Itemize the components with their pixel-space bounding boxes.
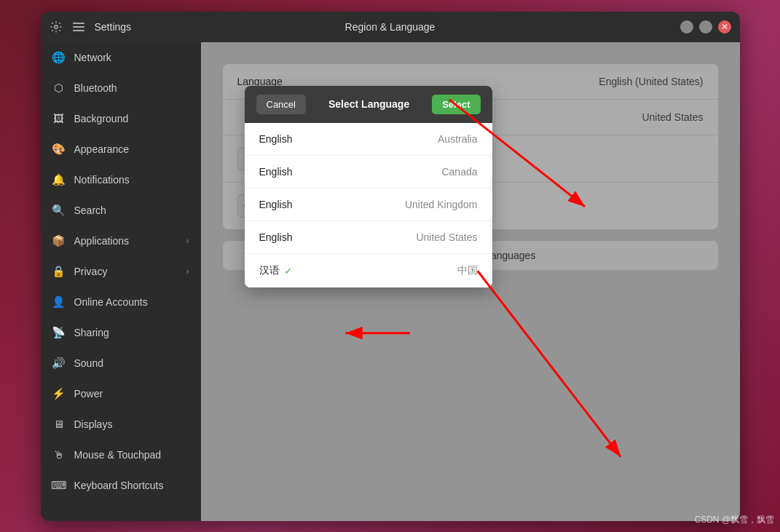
language-name: English bbox=[259, 199, 293, 210]
hamburger-menu-button[interactable] bbox=[68, 17, 89, 37]
region-name: Canada bbox=[441, 166, 477, 178]
language-name: 汉语 ✓ bbox=[259, 264, 293, 277]
language-name: English bbox=[259, 133, 293, 145]
sidebar-item-network[interactable]: 🌐 Network bbox=[41, 42, 201, 73]
applications-icon: 📦 bbox=[52, 234, 66, 247]
list-item[interactable]: English United States bbox=[245, 221, 492, 254]
language-name: English bbox=[259, 231, 293, 243]
sidebar-item-label: Bluetooth bbox=[74, 82, 117, 94]
region-name: United Kingdom bbox=[405, 199, 478, 210]
list-item[interactable]: English United Kingdom bbox=[245, 188, 492, 221]
sidebar-item-search[interactable]: 🔍 Search bbox=[41, 195, 201, 226]
list-item[interactable]: English Canada bbox=[245, 156, 492, 188]
sidebar-item-appearance[interactable]: 🎨 Appearance bbox=[41, 134, 201, 164]
sidebar-item-label: Keyboard Shortcuts bbox=[74, 480, 164, 491]
dialog-overlay: Cancel Select Language Select English Au… bbox=[201, 42, 740, 521]
sidebar-item-label: Mouse & Touchpad bbox=[74, 449, 162, 461]
settings-window: Settings Region & Language — □ ✕ 🌐 Netwo… bbox=[41, 12, 740, 521]
sidebar: 🌐 Network ⬡ Bluetooth 🖼 Background 🎨 App… bbox=[41, 42, 201, 521]
minimize-button[interactable]: — bbox=[680, 20, 693, 33]
online-accounts-icon: 👤 bbox=[52, 295, 66, 309]
main-content: Language English (United States) Formats… bbox=[201, 42, 740, 521]
sidebar-item-notifications[interactable]: 🔔 Notifications bbox=[41, 164, 201, 195]
sidebar-item-power[interactable]: ⚡ Power bbox=[41, 378, 201, 409]
sharing-icon: 📡 bbox=[52, 326, 66, 339]
notifications-icon: 🔔 bbox=[52, 173, 66, 186]
sidebar-item-label: Notifications bbox=[74, 174, 130, 186]
svg-point-0 bbox=[54, 25, 58, 28]
titlebar-left: Settings bbox=[50, 17, 132, 37]
region-name: United States bbox=[416, 231, 477, 243]
keyboard-icon: ⌨ bbox=[52, 479, 66, 492]
sidebar-item-bluetooth[interactable]: ⬡ Bluetooth bbox=[41, 73, 201, 103]
sidebar-item-label: Applications bbox=[74, 235, 130, 247]
sidebar-item-privacy[interactable]: 🔒 Privacy › bbox=[41, 256, 201, 287]
sidebar-item-label: Sharing bbox=[74, 327, 109, 338]
sound-icon: 🔊 bbox=[52, 357, 66, 370]
dialog-header: Cancel Select Language Select bbox=[245, 86, 492, 123]
dialog-cancel-button[interactable]: Cancel bbox=[256, 95, 306, 114]
displays-icon: 🖥 bbox=[52, 418, 66, 431]
sidebar-item-sound[interactable]: 🔊 Sound bbox=[41, 348, 201, 378]
background-icon: 🖼 bbox=[52, 112, 66, 125]
sidebar-item-label: Displays bbox=[74, 418, 113, 430]
dialog-language-list: English Australia English Canada English… bbox=[245, 123, 492, 287]
search-icon: 🔍 bbox=[52, 204, 66, 217]
sidebar-item-displays[interactable]: 🖥 Displays bbox=[41, 409, 201, 440]
privacy-icon: 🔒 bbox=[52, 265, 66, 278]
dialog-title: Select Language bbox=[313, 98, 425, 110]
bluetooth-icon: ⬡ bbox=[52, 82, 66, 95]
sidebar-item-keyboard-shortcuts[interactable]: ⌨ Keyboard Shortcuts bbox=[41, 470, 201, 501]
chevron-right-icon: › bbox=[186, 236, 189, 246]
sidebar-item-mouse-touchpad[interactable]: 🖱 Mouse & Touchpad bbox=[41, 440, 201, 470]
close-button[interactable]: ✕ bbox=[718, 20, 731, 33]
appearance-icon: 🎨 bbox=[52, 143, 66, 156]
titlebar: Settings Region & Language — □ ✕ bbox=[41, 12, 740, 42]
network-icon: 🌐 bbox=[52, 51, 66, 64]
maximize-button[interactable]: □ bbox=[699, 20, 712, 33]
list-item-selected[interactable]: 汉语 ✓ 中国 bbox=[245, 254, 492, 287]
sidebar-item-applications[interactable]: 📦 Applications › bbox=[41, 226, 201, 256]
sidebar-item-background[interactable]: 🖼 Background bbox=[41, 103, 201, 134]
sidebar-item-label: Sound bbox=[74, 357, 103, 369]
sidebar-item-label: Background bbox=[74, 113, 129, 124]
language-name: English bbox=[259, 166, 293, 178]
region-name: 中国 bbox=[457, 264, 478, 277]
list-item[interactable]: English Australia bbox=[245, 123, 492, 156]
svg-line-4 bbox=[477, 271, 620, 456]
watermark: CSDN @飘雪，飘雪 bbox=[694, 514, 774, 526]
settings-icon bbox=[50, 20, 63, 33]
window-title: Region & Language bbox=[345, 21, 436, 33]
window-controls: — □ ✕ bbox=[680, 20, 731, 33]
sidebar-item-label: Appearance bbox=[74, 143, 130, 155]
sidebar-item-label: Power bbox=[74, 388, 103, 400]
checkmark-icon: ✓ bbox=[284, 265, 293, 277]
sidebar-item-label: Privacy bbox=[74, 266, 108, 277]
sidebar-item-label: Online Accounts bbox=[74, 296, 148, 308]
sidebar-item-label: Search bbox=[74, 205, 106, 216]
region-name: Australia bbox=[438, 133, 477, 145]
chevron-right-icon: › bbox=[186, 266, 189, 277]
titlebar-app-label: Settings bbox=[95, 21, 132, 33]
dialog-select-button[interactable]: Select bbox=[432, 95, 480, 114]
select-language-dialog: Cancel Select Language Select English Au… bbox=[245, 86, 492, 287]
mouse-icon: 🖱 bbox=[52, 448, 66, 461]
power-icon: ⚡ bbox=[52, 387, 66, 400]
sidebar-item-label: Network bbox=[74, 52, 111, 63]
window-body: 🌐 Network ⬡ Bluetooth 🖼 Background 🎨 App… bbox=[41, 42, 740, 521]
sidebar-item-sharing[interactable]: 📡 Sharing bbox=[41, 317, 201, 348]
sidebar-item-online-accounts[interactable]: 👤 Online Accounts bbox=[41, 287, 201, 317]
